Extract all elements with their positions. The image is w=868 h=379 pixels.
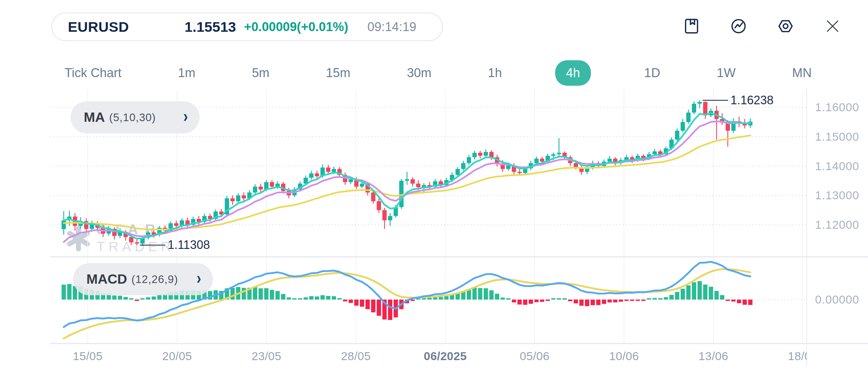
macd-histogram-bar: [568, 299, 572, 301]
candle-body: [551, 154, 556, 156]
macd-histogram-bar: [320, 295, 325, 299]
candle-body: [518, 172, 522, 173]
macd-histogram-bar: [388, 299, 392, 320]
chart-type-button[interactable]: [730, 17, 747, 35]
candle-body: [534, 159, 538, 163]
macd-histogram-bar: [557, 298, 561, 299]
candle-body: [416, 184, 421, 187]
price-axis-labels: 1.160001.150001.140001.130001.12000: [815, 101, 859, 231]
macd-indicator-button[interactable]: MACD (12,26,9) ›: [73, 263, 213, 295]
last-price: 1.15513: [185, 19, 236, 35]
macd-histogram-bar: [472, 288, 477, 299]
svg-text:1.12000: 1.12000: [815, 218, 859, 231]
macd-histogram-bar: [748, 299, 752, 305]
svg-text:23/05: 23/05: [252, 350, 281, 362]
candle-body: [62, 220, 66, 229]
candle-body: [675, 131, 679, 140]
ma-indicator-button[interactable]: MA (5,10,30) ›: [70, 101, 199, 133]
macd-histogram-bar: [292, 298, 297, 299]
tab-tick-chart[interactable]: Tick Chart: [61, 61, 125, 85]
chart-canvas[interactable]: 1.160001.150001.140001.130001.120000.000…: [0, 0, 868, 379]
candle-body: [377, 201, 381, 210]
macd-histogram-bar: [540, 299, 544, 302]
candle-body: [405, 179, 409, 180]
macd-histogram-bar: [287, 297, 291, 299]
macd-histogram-bar: [518, 299, 522, 305]
price-change: +0.00009(+0.01%): [244, 20, 348, 34]
macd-histogram-bar: [574, 299, 578, 304]
macd-histogram-bar: [585, 299, 589, 306]
header-actions: [683, 17, 841, 35]
macd-histogram-bar: [551, 298, 556, 299]
candle-body: [692, 104, 696, 113]
tab-5m[interactable]: 5m: [249, 61, 273, 85]
macd-histogram-bar: [141, 298, 145, 299]
tab-1m[interactable]: 1m: [175, 61, 198, 85]
macd-histogram-bar: [523, 299, 527, 305]
tab-15m[interactable]: 15m: [322, 61, 353, 85]
macd-histogram-bar: [326, 296, 330, 299]
svg-text:1.15000: 1.15000: [815, 130, 859, 143]
tab-1w[interactable]: 1W: [713, 61, 739, 85]
macd-histogram-bar: [641, 299, 646, 301]
candle-body: [242, 195, 246, 198]
macd-histogram-bar: [692, 282, 696, 299]
low-price-label: 1.11308: [168, 238, 210, 252]
macd-histogram-bar: [675, 292, 679, 299]
trend-circle-icon: [730, 17, 747, 35]
tab-1d[interactable]: 1D: [641, 61, 664, 85]
macd-histogram-bar: [647, 298, 651, 299]
macd-histogram-bar: [737, 299, 741, 303]
svg-text:15/05: 15/05: [73, 350, 103, 362]
candle-body: [489, 152, 494, 157]
macd-histogram-bar: [602, 299, 606, 304]
macd-histogram-bar: [546, 299, 550, 301]
macd-histogram-bar: [731, 299, 736, 302]
candle-body: [399, 181, 404, 207]
candle-body: [467, 157, 471, 163]
macd-histogram-bar: [726, 299, 730, 301]
macd-histogram-bar: [500, 297, 505, 299]
candle-body: [388, 216, 392, 220]
timeframe-tabs: Tick Chart 1m 5m 15m 30m 1h 4h 1D 1W MN: [61, 59, 815, 87]
tab-1h[interactable]: 1h: [485, 61, 505, 85]
macd-indicator-name: MACD: [86, 272, 127, 287]
trading-app: { "header": { "symbol": "EURUSD", "price…: [0, 0, 868, 379]
symbol-info-pill: EURUSD 1.15513 +0.00009(+0.01%) 09:14:19: [51, 12, 443, 41]
macd-histogram-bar: [371, 299, 375, 313]
macd-histogram-bar: [422, 298, 426, 299]
tab-mn[interactable]: MN: [789, 61, 815, 85]
candle-body: [410, 179, 415, 183]
chevron-right-icon: ›: [196, 270, 201, 287]
macd-histogram-bar: [720, 295, 724, 299]
settings-button[interactable]: [777, 17, 795, 35]
macd-histogram-bar: [281, 294, 285, 299]
candle-body: [478, 153, 482, 156]
candle-body: [686, 113, 690, 122]
tab-4h[interactable]: 4h: [555, 60, 591, 86]
macd-histogram-bar: [427, 298, 432, 299]
candle-body: [315, 173, 319, 177]
candle-body: [360, 184, 364, 187]
macd-histogram-bar: [495, 294, 499, 299]
quote-time: 09:14:19: [368, 20, 416, 34]
bookmark-button[interactable]: [683, 17, 701, 35]
macd-histogram-bar: [743, 299, 747, 305]
svg-text:1.16000: 1.16000: [815, 101, 859, 114]
chevron-right-icon: ›: [183, 107, 188, 125]
svg-text:20/05: 20/05: [162, 350, 192, 362]
candle-body: [698, 102, 702, 104]
tab-30m[interactable]: 30m: [404, 61, 435, 85]
macd-histogram-bar: [703, 285, 708, 299]
macd-histogram-bar: [698, 281, 702, 299]
candle-body: [258, 187, 263, 190]
candle-body: [270, 182, 274, 186]
candle-body: [253, 187, 257, 193]
macd-histogram-bar: [349, 299, 353, 303]
svg-text:1.14000: 1.14000: [815, 160, 859, 172]
macd-histogram-bar: [304, 297, 308, 299]
macd-histogram-bar: [714, 291, 719, 299]
close-button[interactable]: [824, 17, 841, 35]
macd-histogram-bar: [118, 295, 122, 299]
macd-histogram-bar: [613, 299, 617, 302]
